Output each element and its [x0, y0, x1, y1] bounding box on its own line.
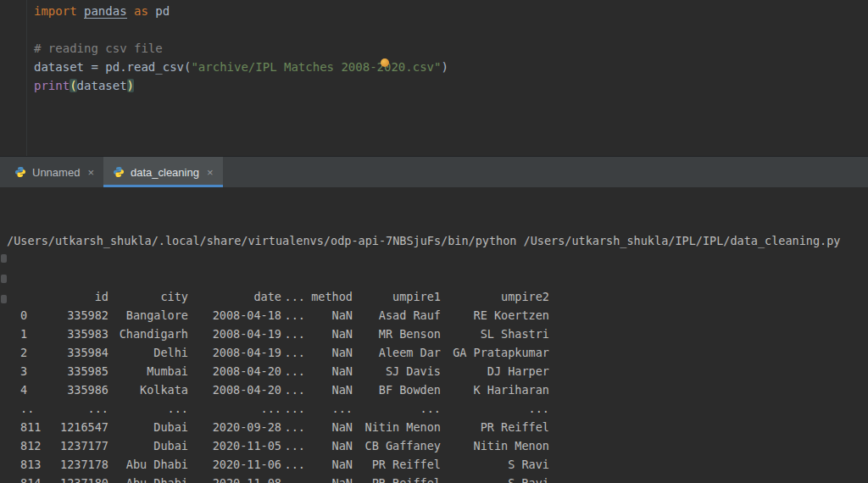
code-line[interactable]: import pandas as pd	[34, 2, 868, 20]
table-cell: 2020-11-08	[188, 474, 281, 483]
tab-label: Unnamed	[32, 166, 80, 179]
table-row: .......................	[7, 399, 868, 418]
table-cell: PR Reiffel	[353, 455, 441, 474]
code-line[interactable]: print(dataset)	[34, 76, 868, 95]
code-line[interactable]: # reading csv file	[34, 39, 868, 58]
table-cell: Mumbai	[108, 362, 188, 380]
table-cell: 2008-04-20	[188, 362, 281, 380]
table-cell: NaN	[305, 455, 353, 474]
code-token: "archive/IPL Matches 2008-2020.csv"	[191, 60, 441, 74]
code-line[interactable]	[34, 20, 868, 39]
tool-stripe-mark	[1, 254, 7, 263]
table-row: 4335986Kolkata2008-04-20...NaNBF BowdenK…	[7, 380, 868, 399]
table-cell: CB Gaffaney	[353, 436, 441, 455]
table-cell: ...	[281, 399, 305, 418]
table-cell: Chandigarh	[108, 325, 188, 343]
table-cell: 335984	[44, 343, 108, 362]
table-cell: MR Benson	[353, 325, 441, 343]
table-cell: GA Pratapkumar	[441, 343, 549, 362]
table-cell: RE Koertzen	[441, 306, 549, 325]
code-token: import	[34, 4, 84, 18]
table-cell: S Ravi	[441, 455, 549, 474]
table-cell: ...	[108, 399, 188, 418]
table-cell: umpire2	[441, 287, 549, 306]
table-cell: Nitin Menon	[353, 418, 441, 436]
table-cell: Aleem Dar	[353, 343, 441, 362]
table-cell: ...	[281, 436, 305, 455]
table-cell: NaN	[305, 306, 353, 325]
table-row: 1335983Chandigarh2008-04-19...NaNMR Bens…	[7, 325, 868, 343]
table-cell: BF Bowden	[353, 380, 441, 399]
tool-window-stripe	[1, 254, 9, 315]
row-index: 1	[20, 325, 44, 343]
code-token: pd	[148, 4, 170, 18]
table-cell: 2020-09-28	[188, 418, 281, 436]
run-tab-bar: Unnamed×data_cleaning×	[0, 157, 868, 187]
table-cell: NaN	[305, 362, 353, 380]
code-token: print	[34, 79, 70, 92]
table-cell: 2008-04-19	[188, 343, 281, 362]
table-cell: 1216547	[44, 418, 108, 436]
table-row: 8121237177Dubai2020-11-05...NaNCB Gaffan…	[7, 436, 868, 455]
table-cell: umpire1	[353, 287, 441, 306]
table-cell: NaN	[305, 380, 353, 399]
code-token: # reading csv file	[34, 42, 163, 55]
row-index: 0	[20, 306, 44, 325]
table-cell: Kolkata	[108, 380, 188, 399]
table-cell: K Hariharan	[441, 380, 549, 399]
code-editor[interactable]: import pandas as pd # reading csv fileda…	[0, 0, 868, 156]
table-cell: Nitin Menon	[441, 436, 549, 455]
table-cell: NaN	[305, 436, 353, 455]
table-row: 8141237180Abu Dhabi2020-11-08...NaNPR Re…	[7, 474, 868, 483]
table-cell: 2008-04-20	[188, 380, 281, 399]
table-cell: 335986	[44, 380, 108, 399]
run-tab-unnamed[interactable]: Unnamed×	[5, 157, 103, 187]
table-cell: ...	[281, 306, 305, 325]
code-token: )	[441, 60, 448, 74]
table-cell: ...	[281, 325, 305, 343]
table-cell: 1237180	[44, 474, 108, 483]
table-cell: 335982	[44, 306, 108, 325]
table-row: 8111216547Dubai2020-09-28...NaNNitin Men…	[7, 418, 868, 436]
table-cell: Abu Dhabi	[108, 474, 188, 483]
tab-close-icon[interactable]: ×	[207, 166, 214, 179]
tab-close-icon[interactable]: ×	[87, 166, 94, 179]
table-cell: NaN	[305, 418, 353, 436]
code-token	[127, 4, 134, 18]
run-tab-data_cleaning[interactable]: data_cleaning×	[103, 157, 223, 187]
console-table: idcitydate...methodumpire1umpire20335982…	[7, 287, 868, 483]
console-command: /Users/utkarsh_shukla/.local/share/virtu…	[7, 231, 868, 250]
table-cell: ...	[441, 399, 549, 418]
table-cell: Delhi	[108, 343, 188, 362]
tool-stripe-mark	[1, 275, 7, 283]
python-icon	[113, 166, 125, 178]
code-line[interactable]: dataset = pd.read_csv("archive/IPL Match…	[34, 58, 868, 76]
row-index: 812	[20, 436, 44, 455]
table-cell: 335985	[44, 362, 108, 380]
code-token: pandas	[84, 4, 127, 19]
console-output[interactable]: /Users/utkarsh_shukla/.local/share/virtu…	[0, 187, 868, 483]
table-cell: city	[108, 287, 188, 306]
table-cell: method	[305, 287, 353, 306]
table-cell: ...	[281, 455, 305, 474]
table-row: 2335984Delhi2008-04-19...NaNAleem DarGA …	[7, 343, 868, 362]
code-token: (	[70, 79, 76, 92]
row-index: 4	[20, 380, 44, 399]
table-cell: 1237178	[44, 455, 108, 474]
code-token: )	[127, 79, 134, 92]
tab-label: data_cleaning	[131, 166, 199, 179]
table-cell: NaN	[305, 474, 353, 483]
table-cell: ...	[44, 399, 108, 418]
row-index: 813	[20, 455, 44, 474]
table-cell: ...	[353, 399, 441, 418]
table-cell: Dubai	[108, 436, 188, 455]
table-cell: 2020-11-06	[188, 455, 281, 474]
pycharm-window: import pandas as pd # reading csv fileda…	[0, 0, 868, 483]
table-cell: Bangalore	[108, 306, 188, 325]
table-cell: Abu Dhabi	[108, 455, 188, 474]
table-cell: ...	[281, 418, 305, 436]
table-cell: ...	[281, 362, 305, 380]
row-index: 811	[20, 418, 44, 436]
code-lines: import pandas as pd # reading csv fileda…	[0, 2, 868, 95]
table-cell: NaN	[305, 325, 353, 343]
